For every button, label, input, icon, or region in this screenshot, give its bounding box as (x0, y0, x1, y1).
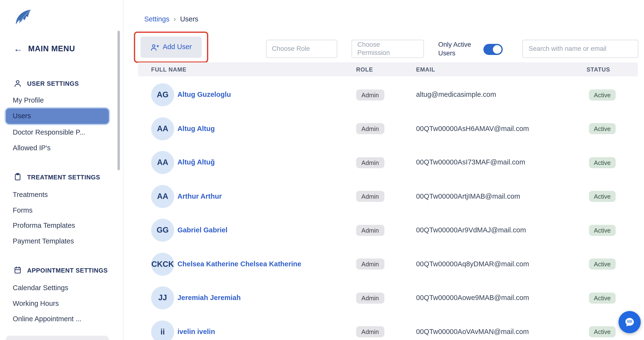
chevron-right-icon: › (174, 15, 176, 23)
section-header-user-settings: USER SETTINGS (14, 78, 123, 89)
choose-role-select[interactable]: Choose Role (266, 40, 337, 58)
user-email: 00QTw00000AsI73MAF@mail.com (416, 158, 586, 167)
sidebar-item-partial (6, 336, 109, 340)
avatar: CKCK (151, 253, 174, 276)
status-badge: Active (589, 157, 616, 168)
sidebar-item-forms[interactable]: Forms (13, 205, 123, 216)
sidebar-item-payment-templates[interactable]: Payment Templates (13, 236, 123, 247)
status-cell: Active (586, 157, 638, 168)
section-title: APPOINTMENT SETTINGS (27, 267, 108, 274)
avatar: AA (151, 151, 174, 174)
status-cell: Active (586, 89, 638, 100)
status-badge: Active (589, 293, 616, 304)
choose-role-placeholder: Choose Role (272, 45, 310, 52)
sidebar-item-treatments[interactable]: Treatments (13, 190, 123, 200)
toggle-knob (493, 45, 502, 54)
main-content: Settings › Users Add User Choose Role Ch… (124, 0, 644, 340)
avatar: AG (151, 83, 174, 106)
user-name-link[interactable]: Altug Altug (178, 125, 215, 133)
user-email: altug@medicasimple.com (416, 91, 586, 99)
status-cell: Active (586, 259, 638, 270)
sidebar-item-users[interactable]: Users (6, 108, 109, 124)
sidebar-item-calendar-settings[interactable]: Calendar Settings (13, 283, 123, 293)
choose-permission-placeholder: Choose Permission (358, 41, 394, 57)
table-row: AA Altuğ Altuğ Admin 00QTw00000AsI73MAF@… (138, 146, 638, 180)
role-cell: Admin (356, 89, 416, 100)
status-cell: Active (586, 225, 638, 236)
col-header-email: EMAIL (416, 66, 586, 72)
calendar-icon (14, 266, 22, 274)
sidebar-item-my-profile[interactable]: My Profile (13, 95, 123, 106)
only-active-users-label: Only Active Users (438, 40, 478, 57)
avatar: GG (151, 219, 174, 242)
table-row: AG Altug Guzeloglu Admin altug@medicasim… (138, 78, 638, 112)
user-name-link[interactable]: Arthur Arthur (178, 192, 222, 201)
full-name-cell: AA Arthur Arthur (151, 185, 356, 208)
search-input[interactable] (522, 40, 638, 58)
breadcrumb-settings-link[interactable]: Settings (144, 15, 170, 23)
user-name-link[interactable]: Altuğ Altuğ (178, 158, 215, 167)
table-row: AA Altug Altug Admin 00QTw00000AsH6AMAV@… (138, 112, 638, 146)
chat-bubble-icon (624, 317, 635, 328)
status-badge: Active (589, 259, 616, 270)
role-badge: Admin (356, 225, 384, 236)
user-name-link[interactable]: Gabriel Gabriel (178, 226, 228, 234)
user-name-link[interactable]: ivelin ivelin (178, 328, 215, 336)
add-user-button[interactable]: Add User (140, 37, 202, 58)
avatar: ii (151, 320, 174, 340)
status-badge: Active (589, 89, 616, 100)
role-cell: Admin (356, 293, 416, 304)
sidebar-item-allowed-ips[interactable]: Allowed IP's (13, 143, 123, 153)
section-header-appointment-settings: APPOINTMENT SETTINGS (14, 265, 123, 275)
role-cell: Admin (356, 123, 416, 134)
user-email: 00QTw00000Aowe9MAB@mail.com (416, 294, 586, 302)
role-cell: Admin (356, 259, 416, 270)
table-row: ii ivelin ivelin Admin 00QTw00000AoVAvMA… (138, 315, 638, 340)
user-name-link[interactable]: Chelsea Katherine Chelsea Katherine (178, 260, 301, 268)
col-header-role: ROLE (356, 66, 416, 72)
clipboard-icon (14, 173, 22, 181)
role-badge: Admin (356, 293, 384, 304)
status-badge: Active (589, 225, 616, 236)
role-cell: Admin (356, 225, 416, 236)
person-plus-icon (150, 43, 159, 51)
table-row: JJ Jeremiah Jeremiah Admin 00QTw00000Aow… (138, 281, 638, 315)
back-to-main-menu[interactable]: ← MAIN MENU (14, 43, 123, 55)
full-name-cell: AA Altuğ Altuğ (151, 151, 356, 174)
section-title: USER SETTINGS (27, 80, 79, 87)
user-name-link[interactable]: Altug Guzeloglu (178, 91, 231, 99)
full-name-cell: CKCK Chelsea Katherine Chelsea Katherine (151, 253, 356, 276)
status-cell: Active (586, 191, 638, 202)
user-icon (14, 79, 22, 87)
user-email: 00QTw00000Aq8yDMAR@mail.com (416, 260, 586, 268)
status-badge: Active (589, 123, 616, 134)
sidebar-item-proforma-templates[interactable]: Proforma Templates (13, 220, 123, 231)
table-row: CKCK Chelsea Katherine Chelsea Katherine… (138, 247, 638, 281)
avatar: AA (151, 185, 174, 208)
user-email: 00QTw00000AsH6AMAV@mail.com (416, 125, 586, 133)
table-header: FULL NAME ROLE EMAIL STATUS (138, 62, 638, 76)
user-name-link[interactable]: Jeremiah Jeremiah (178, 294, 241, 302)
breadcrumb-current: Users (180, 15, 198, 23)
choose-permission-select[interactable]: Choose Permission (352, 40, 424, 58)
sidebar-item-working-hours[interactable]: Working Hours (13, 298, 123, 309)
table-body: AG Altug Guzeloglu Admin altug@medicasim… (138, 78, 638, 340)
full-name-cell: AA Altug Altug (151, 117, 356, 140)
table-row: AA Arthur Arthur Admin 00QTw00000ArtjIMA… (138, 180, 638, 214)
sidebar-item-doctor-responsible[interactable]: Doctor Responsible P... (13, 127, 123, 138)
sidebar-item-online-appointment[interactable]: Online Appointment ... (13, 314, 123, 325)
role-cell: Admin (356, 157, 416, 168)
full-name-cell: AG Altug Guzeloglu (151, 83, 356, 106)
only-active-toggle[interactable] (484, 44, 503, 55)
app-logo-feather-icon[interactable] (14, 9, 32, 25)
table-row: GG Gabriel Gabriel Admin 00QTw00000Ar9Vd… (138, 213, 638, 247)
role-cell: Admin (356, 326, 416, 337)
chat-launcher-button[interactable] (618, 311, 641, 333)
role-badge: Admin (356, 326, 384, 337)
sidebar-scrollbar[interactable] (118, 31, 120, 170)
main-menu-label: MAIN MENU (28, 44, 75, 53)
user-email: 00QTw00000ArtjIMAB@mail.com (416, 192, 586, 201)
avatar: JJ (151, 287, 174, 310)
avatar: AA (151, 117, 174, 140)
col-header-full-name: FULL NAME (151, 66, 356, 72)
